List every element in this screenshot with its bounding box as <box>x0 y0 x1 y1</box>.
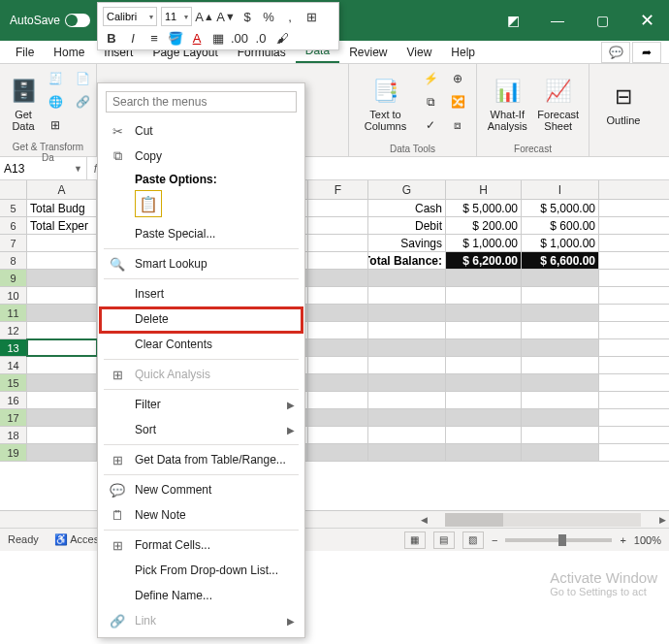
cell[interactable]: $ 6,600.00 <box>522 252 599 269</box>
cell[interactable] <box>446 287 522 304</box>
existing-connections-icon[interactable]: 🔗 <box>72 91 93 113</box>
data-model-icon[interactable]: ⧈ <box>447 114 468 136</box>
cell[interactable] <box>308 200 368 216</box>
increase-font-icon[interactable]: A▲ <box>196 7 213 26</box>
cell[interactable] <box>27 357 97 373</box>
cm-delete[interactable]: Delete <box>98 306 304 332</box>
cell[interactable]: $ 5,000.00 <box>522 200 599 216</box>
cell[interactable]: Total Balance: <box>368 252 446 269</box>
cell[interactable] <box>27 235 97 251</box>
cell[interactable] <box>522 392 599 408</box>
cell[interactable] <box>522 374 599 391</box>
cell[interactable]: $ 1,000.00 <box>446 235 522 251</box>
close-button[interactable]: ✕ <box>624 0 669 41</box>
cell[interactable] <box>446 409 522 426</box>
ribbon-display-icon[interactable]: ◩ <box>491 0 535 41</box>
forecast-sheet-button[interactable]: 📈 Forecast Sheet <box>536 68 582 140</box>
comments-button[interactable]: 💬 <box>601 42 630 63</box>
comma-format-icon[interactable]: , <box>281 7 299 26</box>
colh-h[interactable]: H <box>446 180 522 199</box>
cell[interactable]: $ 600.00 <box>522 217 599 234</box>
cell[interactable] <box>446 357 522 373</box>
cell[interactable] <box>308 444 368 461</box>
normal-view-icon[interactable]: ▦ <box>404 531 426 549</box>
cell[interactable] <box>522 444 599 461</box>
cm-format-cells[interactable]: ⊞Format Cells... <box>98 532 304 558</box>
cell[interactable] <box>27 322 97 338</box>
cm-sort[interactable]: Sort▶ <box>98 417 304 442</box>
cm-paste-special[interactable]: Paste Special... <box>98 221 304 246</box>
maximize-button[interactable]: ▢ <box>580 0 624 41</box>
recent-sources-icon[interactable]: 📄 <box>72 68 93 89</box>
cell[interactable] <box>308 217 368 234</box>
cell[interactable]: Cash <box>368 200 446 216</box>
cell[interactable] <box>522 427 599 443</box>
cm-copy[interactable]: ⧉Copy <box>98 144 304 169</box>
cell[interactable]: $ 5,000.00 <box>446 200 522 216</box>
colh-a[interactable]: A <box>27 180 97 199</box>
cell[interactable] <box>27 270 97 286</box>
row-header[interactable]: 12 <box>0 322 27 338</box>
decrease-decimal-icon[interactable]: .0 <box>252 28 270 48</box>
font-selector[interactable]: Calibri▾ <box>103 7 157 26</box>
row-header[interactable]: 9 <box>0 270 27 286</box>
colh-f[interactable]: F <box>308 180 368 199</box>
cm-cut[interactable]: ✂Cut <box>98 118 304 144</box>
cell[interactable] <box>522 287 599 304</box>
data-validation-icon[interactable]: ✓ <box>420 114 441 136</box>
scroll-thumb[interactable] <box>445 513 503 527</box>
decrease-font-icon[interactable]: A▼ <box>217 7 235 26</box>
row-header[interactable]: 6 <box>0 217 27 234</box>
row-header[interactable]: 18 <box>0 427 27 443</box>
cell[interactable] <box>522 357 599 373</box>
cm-define-name[interactable]: Define Name... <box>98 583 304 608</box>
page-layout-view-icon[interactable]: ▤ <box>433 531 455 549</box>
font-color-icon[interactable]: A <box>188 28 206 48</box>
tab-help[interactable]: Help <box>441 42 485 63</box>
from-text-icon[interactable]: 🧾 <box>45 68 66 89</box>
font-size-selector[interactable]: 11▾ <box>161 7 192 26</box>
cell[interactable] <box>522 305 599 321</box>
percent-format-icon[interactable]: % <box>260 7 277 26</box>
borders-icon[interactable]: ▦ <box>209 28 227 48</box>
autosave-toggle[interactable]: AutoSave <box>10 14 90 27</box>
cm-get-data[interactable]: ⊞Get Data from Table/Range... <box>98 447 304 472</box>
cell[interactable] <box>446 322 522 338</box>
cell[interactable] <box>27 305 97 321</box>
row-header[interactable]: 14 <box>0 357 27 373</box>
cell[interactable] <box>27 252 97 269</box>
row-header[interactable]: 17 <box>0 409 27 426</box>
remove-duplicates-icon[interactable]: ⧉ <box>420 91 441 113</box>
cell[interactable] <box>446 427 522 443</box>
row-header[interactable]: 16 <box>0 392 27 408</box>
colh-g[interactable]: G <box>368 180 446 199</box>
cell[interactable] <box>27 444 97 461</box>
cell[interactable]: Debit <box>368 217 446 234</box>
page-break-view-icon[interactable]: ▧ <box>462 531 484 549</box>
cell[interactable] <box>368 287 446 304</box>
italic-icon[interactable]: I <box>124 28 142 48</box>
cell[interactable] <box>308 287 368 304</box>
outline-button[interactable]: ⊟ Outline <box>597 68 650 140</box>
tab-file[interactable]: File <box>6 42 44 63</box>
flash-fill-icon[interactable]: ⚡ <box>420 68 441 89</box>
cell[interactable] <box>308 305 368 321</box>
cell[interactable] <box>368 305 446 321</box>
cell[interactable] <box>368 409 446 426</box>
row-header[interactable]: 11 <box>0 305 27 321</box>
cell[interactable] <box>27 287 97 304</box>
from-web-icon[interactable]: 🌐 <box>45 91 66 113</box>
row-header[interactable]: 19 <box>0 444 27 461</box>
cell[interactable] <box>27 392 97 408</box>
colh-i[interactable]: I <box>522 180 599 199</box>
merge-icon[interactable]: ⊞ <box>303 7 320 26</box>
format-painter-icon[interactable]: 🖌 <box>273 28 291 48</box>
zoom-slider[interactable] <box>505 538 612 542</box>
tab-home[interactable]: Home <box>44 42 94 63</box>
scroll-right-icon[interactable]: ▶ <box>655 515 669 525</box>
cell[interactable] <box>522 339 599 356</box>
cell[interactable] <box>27 339 97 356</box>
row-header[interactable]: 8 <box>0 252 27 269</box>
zoom-level[interactable]: 100% <box>634 534 661 546</box>
minimize-button[interactable]: — <box>535 0 580 41</box>
